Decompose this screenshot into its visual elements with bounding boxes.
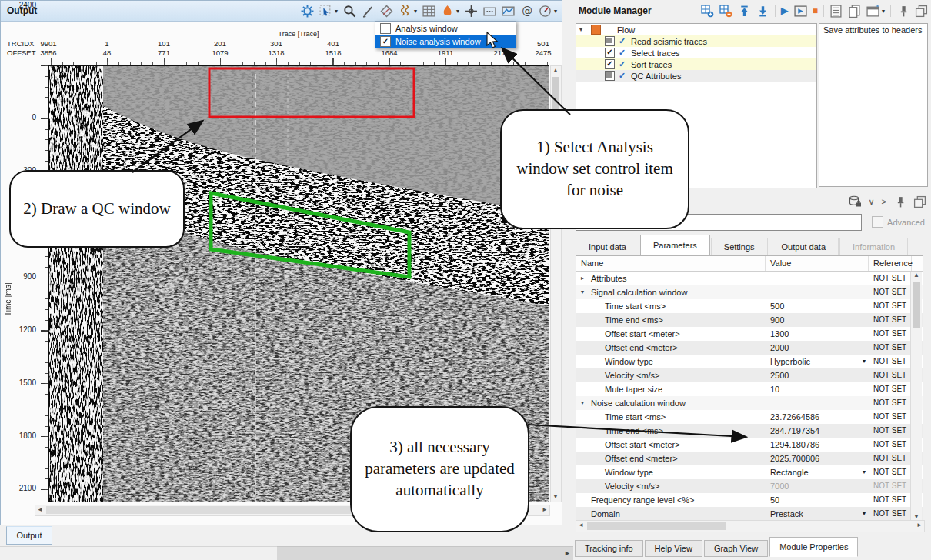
- parameter-value[interactable]: 7000: [770, 482, 789, 491]
- annotation-icon[interactable]: [483, 5, 496, 18]
- run-interactive-icon[interactable]: [794, 5, 807, 18]
- parameter-row[interactable]: Mute taper size 10 NOT SET: [576, 382, 923, 396]
- parameter-value[interactable]: Hyperbolic: [770, 357, 810, 366]
- parameter-value[interactable]: 1300: [770, 329, 789, 338]
- flow-tree-row[interactable]: ✓ QC Attributes: [576, 70, 816, 82]
- properties-tab[interactable]: Settings: [711, 238, 768, 255]
- mention-icon[interactable]: @: [520, 5, 533, 18]
- run-icon[interactable]: ▶: [781, 5, 789, 17]
- parameter-reference[interactable]: NOT SET: [869, 313, 912, 327]
- parameter-value[interactable]: 2500: [770, 371, 789, 380]
- flow-tree-row[interactable]: ✓ ✓ Select traces: [576, 47, 816, 58]
- pin-icon[interactable]: [896, 5, 909, 18]
- parameter-reference[interactable]: NOT SET: [869, 327, 912, 341]
- parameter-value[interactable]: Prestack: [770, 509, 803, 518]
- value-dropdown-caret[interactable]: ▾: [863, 465, 866, 479]
- zoom-icon[interactable]: [343, 5, 356, 18]
- status-strip-scrollbar[interactable]: ►: [277, 546, 573, 560]
- scroll-thumb[interactable]: [587, 522, 726, 530]
- parameter-value[interactable]: 1294.180786: [770, 440, 819, 449]
- parameter-reference[interactable]: NOT SET: [869, 396, 912, 410]
- scroll-right-arrow[interactable]: ►: [564, 549, 571, 557]
- scroll-thumb[interactable]: [913, 282, 920, 328]
- parameter-value[interactable]: Rectangle: [770, 468, 809, 477]
- settings-icon[interactable]: [301, 5, 314, 18]
- parameter-row[interactable]: Frequency range level <%> 50 NOT SET: [576, 493, 923, 507]
- float-icon[interactable]: [915, 5, 928, 18]
- advanced-checkbox[interactable]: [872, 216, 883, 228]
- flow-tree-row[interactable]: ▾ Flow: [576, 24, 816, 35]
- selection-mode-caret[interactable]: ▾: [335, 8, 338, 15]
- save-attributes-panel[interactable]: Save attributes to headers: [819, 23, 928, 187]
- parameter-reference[interactable]: NOT SET: [869, 272, 912, 285]
- parameter-row[interactable]: Offset end <meter> 2000 NOT SET: [576, 341, 923, 355]
- row-expander-icon[interactable]: ▾: [581, 285, 591, 299]
- scroll-right-arrow[interactable]: ►: [915, 521, 924, 530]
- flow-tree-row[interactable]: ✓ ✓ Sort traces: [576, 58, 816, 70]
- polygon-tool-icon[interactable]: [380, 5, 393, 18]
- crosshair-icon[interactable]: [465, 5, 478, 18]
- parameter-row[interactable]: Offset start <meter> 1294.180786 NOT SET: [576, 438, 923, 452]
- parameter-row[interactable]: Offset end <meter> 2025.700806 NOT SET: [576, 452, 923, 465]
- parameter-row[interactable]: Domain Prestack ▾ NOT SET: [576, 507, 923, 521]
- parameter-row[interactable]: ▾ Signal calculation window NOT SET: [576, 285, 923, 299]
- value-dropdown-caret[interactable]: ▾: [863, 507, 866, 521]
- parameter-reference[interactable]: NOT SET: [869, 299, 912, 313]
- parameter-reference[interactable]: NOT SET: [869, 382, 912, 396]
- parameter-value[interactable]: 900: [770, 315, 784, 325]
- stop-icon[interactable]: ■: [813, 5, 818, 17]
- compass-icon[interactable]: [539, 5, 552, 18]
- module-checkbox[interactable]: [591, 25, 601, 35]
- table-horizontal-scrollbar[interactable]: ◄ ►: [576, 520, 925, 532]
- gain-icon[interactable]: [441, 5, 454, 18]
- module-checkbox[interactable]: ✓: [605, 59, 615, 69]
- float-icon[interactable]: [913, 195, 926, 208]
- view-tab[interactable]: Help View: [645, 540, 702, 557]
- scroll-down-arrow[interactable]: ▼: [551, 492, 560, 502]
- scroll-down-arrow[interactable]: ▼: [911, 513, 922, 520]
- new-window-icon[interactable]: [866, 5, 879, 18]
- parameter-row[interactable]: Time start <ms> 23.72664586 NOT SET: [576, 410, 923, 424]
- properties-tab[interactable]: Output data: [769, 238, 839, 255]
- parameter-reference[interactable]: NOT SET: [869, 285, 912, 299]
- dropdown-item[interactable]: ✓ Noise analysis window: [375, 35, 516, 48]
- parameter-reference[interactable]: NOT SET: [869, 438, 912, 452]
- parameter-value[interactable]: 10: [770, 385, 779, 394]
- database-save-icon[interactable]: [849, 195, 862, 208]
- scroll-left-arrow[interactable]: ◄: [35, 505, 45, 515]
- add-module-icon[interactable]: [701, 5, 714, 18]
- column-header-value[interactable]: Value: [766, 256, 869, 271]
- parameter-row[interactable]: Offset start <meter> 1300 NOT SET: [576, 327, 923, 341]
- row-expander-icon[interactable]: ▸: [581, 272, 591, 285]
- parameter-reference[interactable]: NOT SET: [869, 341, 912, 355]
- parameter-value[interactable]: 23.72664586: [770, 412, 819, 422]
- pin-icon[interactable]: [893, 195, 906, 208]
- parameter-reference[interactable]: NOT SET: [869, 507, 912, 521]
- parameter-value[interactable]: 284.7197354: [770, 426, 819, 435]
- move-up-icon[interactable]: [738, 5, 751, 18]
- parameter-row[interactable]: Time end <ms> 284.7197354 NOT SET: [576, 424, 923, 438]
- parameter-value[interactable]: 50: [770, 495, 779, 505]
- table-vertical-scrollbar[interactable]: ▲ ▼: [910, 272, 922, 520]
- scroll-right-arrow[interactable]: ►: [540, 505, 549, 515]
- parameter-row[interactable]: Window type Hyperbolic ▾ NOT SET: [576, 355, 923, 368]
- parameter-reference[interactable]: NOT SET: [869, 493, 912, 507]
- scroll-left-arrow[interactable]: ◄: [576, 521, 586, 530]
- wiggle-display-icon[interactable]: [399, 5, 412, 18]
- parameter-row[interactable]: Velocity <m/s> 7000 NOT SET: [576, 479, 923, 493]
- parameter-reference[interactable]: NOT SET: [869, 368, 912, 382]
- checkbox[interactable]: [380, 23, 391, 34]
- tree-expander-icon[interactable]: ▾: [579, 26, 587, 33]
- parameter-reference[interactable]: NOT SET: [869, 465, 912, 479]
- parameter-row[interactable]: ▸ Attributes NOT SET: [576, 272, 923, 285]
- new-window-caret[interactable]: ▾: [882, 8, 885, 15]
- chevron-down-icon[interactable]: ∨: [869, 197, 875, 207]
- gain-caret[interactable]: ▾: [456, 8, 459, 15]
- compass-caret[interactable]: ▾: [554, 8, 557, 15]
- move-down-icon[interactable]: [756, 5, 769, 18]
- flow-tree-row[interactable]: ✓ Read seismic traces: [576, 35, 816, 47]
- parameter-value[interactable]: 500: [770, 302, 784, 311]
- parameter-row[interactable]: Velocity <m/s> 2500 NOT SET: [576, 368, 923, 382]
- parameter-reference[interactable]: NOT SET: [869, 424, 912, 438]
- column-header-reference[interactable]: Reference: [869, 256, 912, 271]
